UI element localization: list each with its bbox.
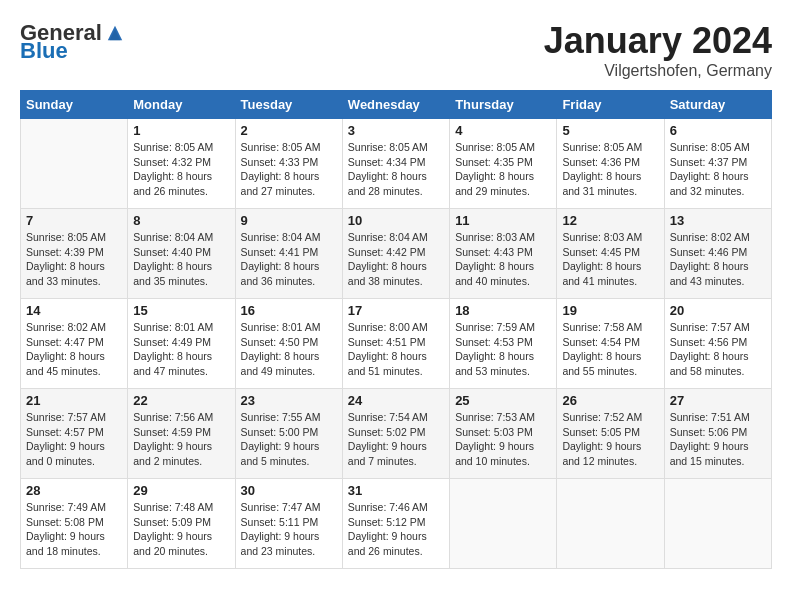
page-header: General Blue January 2024 Vilgertshofen,…: [20, 20, 772, 80]
day-info: Sunrise: 7:54 AM Sunset: 5:02 PM Dayligh…: [348, 410, 444, 469]
calendar-cell: [21, 119, 128, 209]
calendar-cell: 26Sunrise: 7:52 AM Sunset: 5:05 PM Dayli…: [557, 389, 664, 479]
day-number: 27: [670, 393, 766, 408]
day-number: 29: [133, 483, 229, 498]
calendar-cell: 25Sunrise: 7:53 AM Sunset: 5:03 PM Dayli…: [450, 389, 557, 479]
calendar-cell: [450, 479, 557, 569]
day-info: Sunrise: 8:05 AM Sunset: 4:32 PM Dayligh…: [133, 140, 229, 199]
day-number: 18: [455, 303, 551, 318]
day-info: Sunrise: 7:59 AM Sunset: 4:53 PM Dayligh…: [455, 320, 551, 379]
day-info: Sunrise: 7:46 AM Sunset: 5:12 PM Dayligh…: [348, 500, 444, 559]
calendar-cell: 18Sunrise: 7:59 AM Sunset: 4:53 PM Dayli…: [450, 299, 557, 389]
location: Vilgertshofen, Germany: [544, 62, 772, 80]
logo-icon: [106, 24, 124, 42]
day-info: Sunrise: 8:04 AM Sunset: 4:41 PM Dayligh…: [241, 230, 337, 289]
calendar-cell: 23Sunrise: 7:55 AM Sunset: 5:00 PM Dayli…: [235, 389, 342, 479]
day-header-saturday: Saturday: [664, 91, 771, 119]
day-number: 31: [348, 483, 444, 498]
day-info: Sunrise: 8:01 AM Sunset: 4:49 PM Dayligh…: [133, 320, 229, 379]
day-number: 10: [348, 213, 444, 228]
day-info: Sunrise: 8:05 AM Sunset: 4:33 PM Dayligh…: [241, 140, 337, 199]
calendar-cell: 1Sunrise: 8:05 AM Sunset: 4:32 PM Daylig…: [128, 119, 235, 209]
calendar-cell: 24Sunrise: 7:54 AM Sunset: 5:02 PM Dayli…: [342, 389, 449, 479]
calendar-cell: 6Sunrise: 8:05 AM Sunset: 4:37 PM Daylig…: [664, 119, 771, 209]
day-number: 6: [670, 123, 766, 138]
day-number: 4: [455, 123, 551, 138]
week-row-1: 1Sunrise: 8:05 AM Sunset: 4:32 PM Daylig…: [21, 119, 772, 209]
calendar-cell: 17Sunrise: 8:00 AM Sunset: 4:51 PM Dayli…: [342, 299, 449, 389]
day-number: 25: [455, 393, 551, 408]
week-row-2: 7Sunrise: 8:05 AM Sunset: 4:39 PM Daylig…: [21, 209, 772, 299]
day-number: 30: [241, 483, 337, 498]
logo: General Blue: [20, 20, 124, 64]
day-number: 1: [133, 123, 229, 138]
day-number: 26: [562, 393, 658, 408]
day-header-thursday: Thursday: [450, 91, 557, 119]
week-row-4: 21Sunrise: 7:57 AM Sunset: 4:57 PM Dayli…: [21, 389, 772, 479]
day-info: Sunrise: 7:57 AM Sunset: 4:57 PM Dayligh…: [26, 410, 122, 469]
day-header-sunday: Sunday: [21, 91, 128, 119]
day-info: Sunrise: 8:04 AM Sunset: 4:42 PM Dayligh…: [348, 230, 444, 289]
day-info: Sunrise: 8:04 AM Sunset: 4:40 PM Dayligh…: [133, 230, 229, 289]
day-number: 5: [562, 123, 658, 138]
day-number: 12: [562, 213, 658, 228]
calendar-table: SundayMondayTuesdayWednesdayThursdayFrid…: [20, 90, 772, 569]
day-number: 16: [241, 303, 337, 318]
day-info: Sunrise: 7:53 AM Sunset: 5:03 PM Dayligh…: [455, 410, 551, 469]
day-info: Sunrise: 7:58 AM Sunset: 4:54 PM Dayligh…: [562, 320, 658, 379]
day-number: 15: [133, 303, 229, 318]
day-number: 7: [26, 213, 122, 228]
calendar-header-row: SundayMondayTuesdayWednesdayThursdayFrid…: [21, 91, 772, 119]
calendar-cell: 29Sunrise: 7:48 AM Sunset: 5:09 PM Dayli…: [128, 479, 235, 569]
day-number: 28: [26, 483, 122, 498]
month-title: January 2024: [544, 20, 772, 62]
calendar-cell: 27Sunrise: 7:51 AM Sunset: 5:06 PM Dayli…: [664, 389, 771, 479]
day-info: Sunrise: 7:57 AM Sunset: 4:56 PM Dayligh…: [670, 320, 766, 379]
calendar-cell: 21Sunrise: 7:57 AM Sunset: 4:57 PM Dayli…: [21, 389, 128, 479]
calendar-cell: 13Sunrise: 8:02 AM Sunset: 4:46 PM Dayli…: [664, 209, 771, 299]
calendar-cell: 15Sunrise: 8:01 AM Sunset: 4:49 PM Dayli…: [128, 299, 235, 389]
calendar-cell: 22Sunrise: 7:56 AM Sunset: 4:59 PM Dayli…: [128, 389, 235, 479]
day-number: 13: [670, 213, 766, 228]
day-number: 11: [455, 213, 551, 228]
day-info: Sunrise: 7:49 AM Sunset: 5:08 PM Dayligh…: [26, 500, 122, 559]
day-header-wednesday: Wednesday: [342, 91, 449, 119]
day-info: Sunrise: 7:48 AM Sunset: 5:09 PM Dayligh…: [133, 500, 229, 559]
day-number: 20: [670, 303, 766, 318]
day-info: Sunrise: 8:00 AM Sunset: 4:51 PM Dayligh…: [348, 320, 444, 379]
day-info: Sunrise: 7:56 AM Sunset: 4:59 PM Dayligh…: [133, 410, 229, 469]
calendar-cell: 12Sunrise: 8:03 AM Sunset: 4:45 PM Dayli…: [557, 209, 664, 299]
calendar-cell: 14Sunrise: 8:02 AM Sunset: 4:47 PM Dayli…: [21, 299, 128, 389]
day-info: Sunrise: 8:03 AM Sunset: 4:43 PM Dayligh…: [455, 230, 551, 289]
day-number: 14: [26, 303, 122, 318]
day-info: Sunrise: 8:02 AM Sunset: 4:47 PM Dayligh…: [26, 320, 122, 379]
calendar-cell: 11Sunrise: 8:03 AM Sunset: 4:43 PM Dayli…: [450, 209, 557, 299]
calendar-cell: [557, 479, 664, 569]
calendar-cell: [664, 479, 771, 569]
day-info: Sunrise: 7:51 AM Sunset: 5:06 PM Dayligh…: [670, 410, 766, 469]
day-number: 17: [348, 303, 444, 318]
calendar-cell: 31Sunrise: 7:46 AM Sunset: 5:12 PM Dayli…: [342, 479, 449, 569]
day-number: 2: [241, 123, 337, 138]
calendar-cell: 20Sunrise: 7:57 AM Sunset: 4:56 PM Dayli…: [664, 299, 771, 389]
day-number: 22: [133, 393, 229, 408]
calendar-cell: 3Sunrise: 8:05 AM Sunset: 4:34 PM Daylig…: [342, 119, 449, 209]
day-number: 23: [241, 393, 337, 408]
day-number: 21: [26, 393, 122, 408]
calendar-cell: 19Sunrise: 7:58 AM Sunset: 4:54 PM Dayli…: [557, 299, 664, 389]
week-row-3: 14Sunrise: 8:02 AM Sunset: 4:47 PM Dayli…: [21, 299, 772, 389]
calendar-cell: 2Sunrise: 8:05 AM Sunset: 4:33 PM Daylig…: [235, 119, 342, 209]
calendar-cell: 10Sunrise: 8:04 AM Sunset: 4:42 PM Dayli…: [342, 209, 449, 299]
day-info: Sunrise: 8:01 AM Sunset: 4:50 PM Dayligh…: [241, 320, 337, 379]
calendar-cell: 9Sunrise: 8:04 AM Sunset: 4:41 PM Daylig…: [235, 209, 342, 299]
logo-blue: Blue: [20, 38, 68, 64]
week-row-5: 28Sunrise: 7:49 AM Sunset: 5:08 PM Dayli…: [21, 479, 772, 569]
day-info: Sunrise: 8:05 AM Sunset: 4:35 PM Dayligh…: [455, 140, 551, 199]
day-number: 24: [348, 393, 444, 408]
day-info: Sunrise: 8:05 AM Sunset: 4:37 PM Dayligh…: [670, 140, 766, 199]
day-info: Sunrise: 7:55 AM Sunset: 5:00 PM Dayligh…: [241, 410, 337, 469]
day-info: Sunrise: 8:05 AM Sunset: 4:39 PM Dayligh…: [26, 230, 122, 289]
day-info: Sunrise: 7:47 AM Sunset: 5:11 PM Dayligh…: [241, 500, 337, 559]
day-number: 8: [133, 213, 229, 228]
day-info: Sunrise: 7:52 AM Sunset: 5:05 PM Dayligh…: [562, 410, 658, 469]
